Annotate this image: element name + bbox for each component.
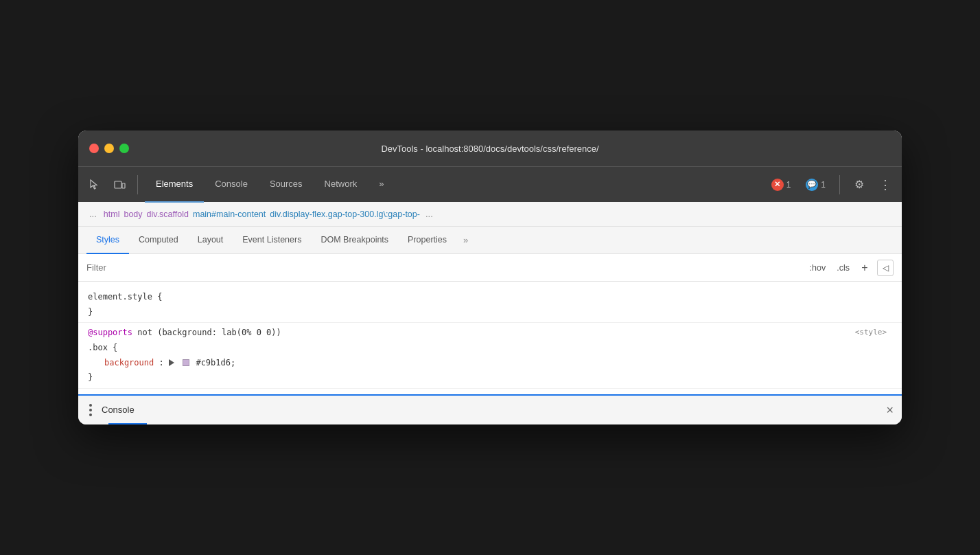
- tab-more[interactable]: »: [368, 167, 395, 203]
- dot-2: [89, 409, 92, 411]
- messages-badge-btn[interactable]: 💬 1: [800, 176, 831, 194]
- filter-bar: :hov .cls + ◁: [78, 254, 902, 282]
- css-close-brace: }: [88, 305, 892, 320]
- filter-actions: :hov .cls + ◁: [807, 260, 894, 276]
- errors-count: 1: [786, 180, 791, 190]
- console-menu-btn[interactable]: [86, 401, 95, 419]
- breadcrumb-main[interactable]: main#main-content: [193, 209, 266, 219]
- console-bar: Console ×: [78, 394, 902, 424]
- css-block-element-style: element.style { }: [78, 287, 902, 323]
- toolbar-separator-2: [839, 175, 840, 194]
- main-toolbar: Elements Console Sources Network » ✕ 1 💬: [78, 166, 902, 202]
- css-close-brace-2: }: [88, 370, 892, 385]
- breadcrumb-dots[interactable]: ...: [86, 207, 100, 220]
- tab-properties[interactable]: Properties: [398, 227, 456, 254]
- settings-btn[interactable]: ⚙: [848, 174, 870, 196]
- filter-input[interactable]: [86, 262, 807, 273]
- styles-content: element.style { } <style> @supports not …: [78, 282, 902, 394]
- panels-area: Styles Computed Layout Event Listeners D…: [78, 227, 902, 394]
- console-close-btn[interactable]: ×: [886, 404, 894, 416]
- errors-badge-btn[interactable]: ✕ 1: [766, 176, 797, 194]
- css-at-rule-line: @supports not (background: lab(0% 0 0)): [88, 326, 892, 341]
- css-selector-box-line: .box {: [88, 341, 892, 356]
- maximize-button[interactable]: [119, 144, 129, 153]
- css-block-supports: <style> @supports not (background: lab(0…: [78, 323, 902, 388]
- svg-rect-1: [122, 183, 125, 188]
- tab-event-listeners[interactable]: Event Listeners: [233, 227, 311, 254]
- console-underline: [108, 423, 147, 424]
- css-property-background-line: background : #c9b1d6;: [88, 356, 892, 371]
- breadcrumb-more: ...: [425, 209, 433, 219]
- traffic-lights: [89, 144, 129, 153]
- errors-icon: ✕: [771, 179, 784, 191]
- breadcrumb-bar: ... html body div.scaffold main#main-con…: [78, 202, 902, 227]
- toggle-sidebar-btn[interactable]: ◁: [877, 260, 894, 276]
- tab-network[interactable]: Network: [314, 167, 369, 203]
- close-button[interactable]: [89, 144, 99, 153]
- color-swatch[interactable]: [183, 359, 189, 366]
- tab-layout[interactable]: Layout: [188, 227, 233, 254]
- tab-console[interactable]: Console: [204, 167, 259, 203]
- titlebar: DevTools - localhost:8080/docs/devtools/…: [78, 131, 902, 166]
- tab-dom-breakpoints[interactable]: DOM Breakpoints: [311, 227, 398, 254]
- svg-rect-0: [115, 181, 121, 188]
- console-label: Console: [102, 405, 135, 415]
- dot-3: [89, 414, 92, 416]
- hov-btn[interactable]: :hov: [807, 262, 829, 274]
- tab-elements[interactable]: Elements: [145, 167, 204, 203]
- toolbar-separator: [137, 175, 138, 194]
- toolbar-right: ✕ 1 💬 1 ⚙ ⋮: [766, 174, 896, 196]
- style-source-link[interactable]: <style>: [855, 326, 887, 339]
- device-toggle-btn[interactable]: [108, 174, 130, 196]
- gear-icon: ⚙: [854, 178, 864, 191]
- css-selector-line: element.style {: [88, 290, 892, 305]
- breadcrumb-div-scaffold[interactable]: div.scaffold: [147, 209, 189, 219]
- devtools-window: DevTools - localhost:8080/docs/devtools/…: [78, 131, 902, 424]
- breadcrumb-html[interactable]: html: [104, 209, 120, 219]
- kebab-icon: ⋮: [879, 177, 891, 192]
- breadcrumb-div-flex[interactable]: div.display-flex.gap-top-300.lg\:gap-top…: [270, 209, 420, 219]
- styles-tab-more[interactable]: »: [459, 232, 472, 248]
- add-class-btn[interactable]: +: [858, 261, 872, 275]
- messages-count: 1: [821, 180, 826, 190]
- main-tabs: Elements Console Sources Network »: [145, 167, 763, 203]
- dot-1: [89, 404, 92, 407]
- styles-tabs: Styles Computed Layout Event Listeners D…: [78, 227, 902, 254]
- css-selector-text: element.style {: [88, 292, 162, 302]
- minimize-button[interactable]: [104, 144, 114, 153]
- window-title: DevTools - localhost:8080/docs/devtools/…: [381, 144, 598, 154]
- cls-btn[interactable]: .cls: [834, 262, 852, 274]
- kebab-menu-btn[interactable]: ⋮: [874, 174, 896, 196]
- tab-styles[interactable]: Styles: [86, 227, 129, 254]
- expand-triangle-icon[interactable]: [169, 359, 174, 366]
- tab-computed[interactable]: Computed: [129, 227, 188, 254]
- tab-sources[interactable]: Sources: [259, 167, 314, 203]
- cursor-icon-btn[interactable]: [84, 174, 106, 196]
- breadcrumb-body[interactable]: body: [124, 209, 142, 219]
- messages-icon: 💬: [806, 179, 818, 191]
